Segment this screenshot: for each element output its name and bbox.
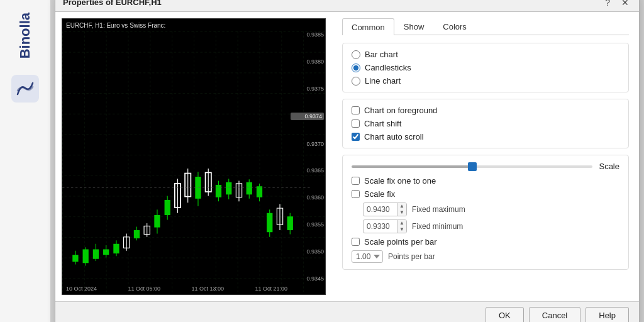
svg-rect-8 [103,249,109,255]
svg-rect-0 [62,31,325,292]
dialog-body: EURCHF, H1: Euro vs Swiss Franc: [55,12,639,301]
fixed-max-value: 0.9430 [364,204,397,215]
help-button[interactable]: ? [602,0,613,7]
chart-symbol-label: EURCHF, H1: Euro vs Swiss Franc: [66,22,165,29]
checkbox-scale-fix-one-input[interactable] [352,177,360,185]
svg-rect-20 [165,200,170,215]
svg-rect-36 [247,182,252,195]
dialog-footer: OK Cancel Help [55,301,639,322]
points-per-bar-row: 1.00 2.00 5.00 Points per bar [352,250,619,263]
scale-fix-label: Scale fix [364,189,395,199]
fixed-min-btns: ▲ ▼ [397,220,406,233]
time-label-4: 11 Oct 21:00 [255,286,287,292]
fixed-max-spinner[interactable]: 0.9430 ▲ ▼ [363,203,407,216]
svg-rect-18 [154,215,160,228]
svg-rect-2 [72,255,78,262]
checkbox-autoscroll-input[interactable] [352,133,360,141]
checkbox-scale-fix-one[interactable]: Scale fix one to one [352,176,619,186]
close-button[interactable]: ✕ [619,0,631,7]
candlestick-chart [62,31,325,292]
chart-type-section: Bar chart Candlesticks Line chart [342,43,629,92]
svg-rect-30 [216,185,221,197]
fixed-min-row: 0.9330 ▲ ▼ Fixed minimum [363,219,619,233]
radio-candlesticks[interactable]: Candlesticks [352,63,619,72]
time-label-3: 11 Oct 13:00 [191,286,224,292]
radio-line-chart-input[interactable] [352,77,360,86]
scale-fix-one-label: Scale fix one to one [364,176,436,186]
chart-area: EURCHF, H1: Euro vs Swiss Franc: [62,18,326,295]
time-label-1: 10 Oct 2024 [66,286,97,292]
checkbox-foreground-label: Chart on foreground [364,106,437,115]
svg-rect-10 [113,244,119,253]
cancel-button[interactable]: Cancel [529,307,580,322]
checkbox-scale-points-input[interactable] [352,238,360,246]
ok-button[interactable]: OK [486,307,524,322]
desktop: Binolla Properties of EURCHF,H1 ? ✕ EURC… [0,0,644,322]
right-panel: Common Show Colors Bar chart Candlestick… [332,12,639,301]
fixed-max-label: Fixed maximum [412,205,465,214]
scale-slider-row: Scale [352,162,619,171]
checkbox-foreground-input[interactable] [352,106,360,114]
checkbox-autoscroll[interactable]: Chart auto scroll [352,132,619,142]
fixed-min-spinner[interactable]: 0.9330 ▲ ▼ [363,219,407,233]
scale-points-label: Scale points per bar [364,237,437,247]
tab-show[interactable]: Show [394,18,434,35]
checkbox-scale-fix-input[interactable] [352,190,360,198]
checkbox-autoscroll-label: Chart auto scroll [364,132,424,142]
scale-slider[interactable] [352,165,592,168]
points-per-bar-select[interactable]: 1.00 2.00 5.00 [352,250,383,263]
svg-rect-6 [93,249,99,258]
svg-rect-14 [134,230,140,238]
checkbox-foreground[interactable]: Chart on foreground [352,106,619,115]
svg-rect-4 [83,249,89,263]
checkbox-shift-input[interactable] [352,119,360,128]
checkbox-scale-fix[interactable]: Scale fix [352,189,619,199]
fixed-max-row: 0.9430 ▲ ▼ Fixed maximum [363,203,619,216]
dialog-titlebar: Properties of EURCHF,H1 ? ✕ [55,0,639,12]
tabs: Common Show Colors [342,18,629,35]
scale-label: Scale [599,162,619,171]
radio-candlesticks-label: Candlesticks [365,63,411,72]
radio-candlesticks-input[interactable] [352,64,360,72]
svg-rect-38 [257,186,262,197]
titlebar-controls: ? ✕ [602,0,631,7]
fixed-min-value: 0.9330 [364,221,397,232]
scale-section: Scale Scale fix one to one Scale fix [342,155,629,270]
radio-line-chart-label: Line chart [365,76,401,86]
tab-common[interactable]: Common [342,18,394,35]
time-label-2: 11 Oct 05:00 [128,286,160,292]
radio-line-chart[interactable]: Line chart [352,76,619,86]
svg-rect-40 [267,213,272,233]
chart-type-radio-group: Bar chart Candlesticks Line chart [352,50,619,86]
fixed-min-up-btn[interactable]: ▲ [397,220,406,226]
dialog-title: Properties of EURCHF,H1 [63,0,162,7]
checkbox-shift-label: Chart shift [364,119,401,128]
svg-rect-44 [287,216,293,230]
sidebar: Binolla [0,0,50,322]
fixed-min-label: Fixed minimum [412,222,463,231]
sidebar-icon[interactable] [11,75,39,103]
help-footer-button[interactable]: Help [586,307,629,322]
points-per-bar-label: Points per bar [388,252,435,261]
time-axis: 10 Oct 2024 11 Oct 05:00 11 Oct 13:00 11… [66,286,287,292]
properties-dialog: Properties of EURCHF,H1 ? ✕ EURCHF, H1: … [55,0,640,322]
fixed-min-down-btn[interactable]: ▼ [397,226,406,233]
checkbox-shift[interactable]: Chart shift [352,119,619,128]
tab-colors[interactable]: Colors [433,18,476,35]
chart-options-section: Chart on foreground Chart shift Chart au… [342,99,629,148]
radio-bar-chart-input[interactable] [352,50,360,59]
sidebar-logo: Binolla [17,13,33,58]
fixed-max-up-btn[interactable]: ▲ [397,203,406,209]
radio-bar-chart[interactable]: Bar chart [352,50,619,59]
fixed-max-btns: ▲ ▼ [397,203,406,216]
checkbox-scale-points[interactable]: Scale points per bar [352,237,619,247]
radio-bar-chart-label: Bar chart [365,50,398,59]
svg-rect-32 [226,182,231,195]
fixed-max-down-btn[interactable]: ▼ [397,209,406,216]
